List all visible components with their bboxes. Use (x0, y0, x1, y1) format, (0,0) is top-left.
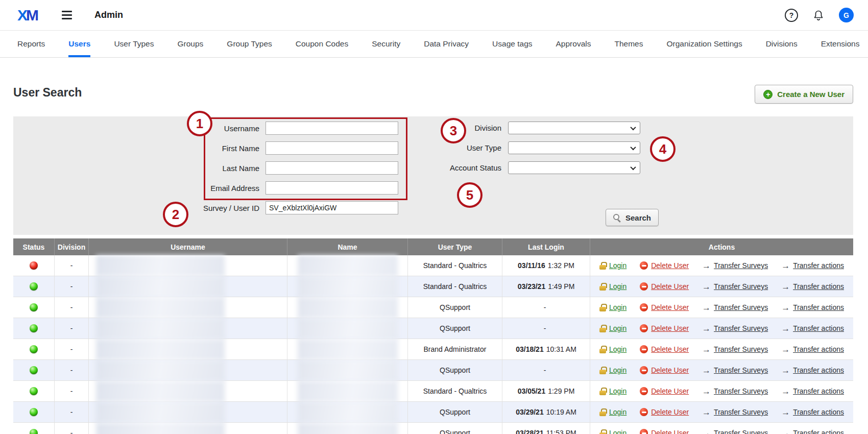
app-title: Admin (94, 10, 123, 20)
division-cell: - (55, 423, 89, 434)
name-cell (287, 255, 408, 276)
last-login-time: 11:53 PM (546, 429, 576, 434)
help-icon[interactable]: ? (785, 9, 798, 22)
transfer-surveys-link[interactable]: Transfer Surveys (702, 345, 768, 354)
redacted-username (96, 360, 225, 381)
login-link[interactable]: Login (599, 387, 626, 395)
transfer-actions-link[interactable]: Transfer actions (781, 366, 844, 375)
nav-tab[interactable]: Data Privacy (424, 31, 469, 57)
notifications-bell-icon[interactable] (812, 9, 825, 21)
nav-tab[interactable]: Usage tags (492, 31, 532, 57)
transfer-surveys-link[interactable]: Transfer Surveys (702, 282, 768, 291)
last-login-date: 03/11/16 (518, 261, 545, 270)
login-link[interactable]: Login (599, 282, 626, 291)
delete-icon (640, 387, 648, 395)
delete-user-link[interactable]: Delete User (640, 324, 689, 332)
nav-tab-label: Coupon Codes (296, 39, 348, 49)
last-login-cell: - (502, 318, 590, 339)
user-type-cell: Standard - Qualtrics (408, 276, 502, 297)
last-login-cell: 03/18/21 10:31 AM (502, 339, 590, 359)
arrow-icon (702, 324, 711, 333)
transfer-actions-link[interactable]: Transfer actions (781, 261, 844, 270)
user-type-cell: QSupport (408, 360, 502, 380)
login-link[interactable]: Login (599, 324, 626, 332)
nav-tab-label: Organization Settings (666, 39, 742, 49)
nav-tab[interactable]: Security (372, 31, 400, 57)
delete-user-link[interactable]: Delete User (640, 282, 689, 291)
nav-tab[interactable]: Groups (177, 31, 203, 57)
login-link[interactable]: Login (599, 303, 626, 311)
login-link[interactable]: Login (599, 408, 626, 416)
transfer-actions-link[interactable]: Transfer actions (781, 345, 844, 354)
last-login-cell: 03/23/21 1:49 PM (502, 276, 590, 297)
transfer-surveys-link[interactable]: Transfer Surveys (702, 408, 768, 417)
login-link[interactable]: Login (599, 261, 626, 270)
status-cell (13, 318, 55, 339)
hamburger-menu-icon[interactable] (62, 11, 72, 19)
lock-icon (599, 262, 606, 270)
delete-user-link[interactable]: Delete User (640, 303, 689, 311)
nav-tab[interactable]: User Types (114, 31, 154, 57)
transfer-actions-link[interactable]: Transfer actions (781, 387, 844, 396)
login-link[interactable]: Login (599, 345, 626, 353)
admin-app: X M Admin ? G Reports Users User Types G… (0, 0, 868, 434)
search-button[interactable]: Search (606, 209, 659, 226)
actions-cell: Login Delete User Transfer Surveys Trans… (590, 423, 853, 434)
transfer-surveys-link[interactable]: Transfer Surveys (702, 303, 768, 312)
transfer-actions-link[interactable]: Transfer actions (781, 324, 844, 333)
login-link[interactable]: Login (599, 366, 626, 374)
survey-user-id-input[interactable] (266, 201, 398, 214)
nav-tab[interactable]: Coupon Codes (296, 31, 348, 57)
transfer-surveys-link[interactable]: Transfer Surveys (702, 366, 768, 375)
delete-icon (640, 324, 648, 332)
delete-user-link[interactable]: Delete User (640, 366, 689, 374)
delete-icon (640, 366, 648, 374)
nav-tab[interactable]: Approvals (556, 31, 591, 57)
nav-tab[interactable]: Organization Settings (666, 31, 742, 57)
arrow-icon (702, 366, 711, 375)
user-type-cell: Standard - Qualtrics (408, 255, 502, 276)
lock-icon (599, 408, 606, 416)
transfer-actions-link[interactable]: Transfer actions (781, 408, 844, 417)
delete-user-link[interactable]: Delete User (640, 408, 689, 416)
nav-tab[interactable]: Group Types (227, 31, 272, 57)
delete-user-link[interactable]: Delete User (640, 345, 689, 353)
nav-tab[interactable]: Users (68, 31, 90, 57)
delete-user-link[interactable]: Delete User (640, 261, 689, 270)
arrow-icon (702, 261, 711, 270)
lock-icon (599, 346, 606, 353)
account-status-select[interactable] (508, 161, 640, 174)
user-results-table: Status Division Username Name User Type … (13, 238, 853, 434)
user-avatar[interactable]: G (839, 8, 854, 22)
transfer-surveys-link[interactable]: Transfer Surveys (702, 261, 768, 270)
transfer-surveys-link[interactable]: Transfer Surveys (702, 429, 768, 434)
redacted-name (298, 339, 398, 360)
delete-user-link[interactable]: Delete User (640, 387, 689, 395)
lock-icon (599, 283, 606, 291)
annotation-box (204, 117, 407, 200)
table-row: - QSupport - Login Delete User Transfer … (13, 360, 853, 381)
transfer-surveys-link[interactable]: Transfer Surveys (702, 324, 768, 333)
header-actions: ? G (785, 8, 854, 22)
status-cell (13, 255, 55, 276)
nav-tab[interactable]: Divisions (766, 31, 798, 57)
transfer-actions-link[interactable]: Transfer actions (781, 303, 844, 312)
login-link[interactable]: Login (599, 429, 626, 434)
delete-user-link[interactable]: Delete User (640, 429, 689, 434)
division-select[interactable] (508, 122, 640, 134)
actions-cell: Login Delete User Transfer Surveys Trans… (590, 402, 853, 422)
transfer-surveys-link[interactable]: Transfer Surveys (702, 387, 768, 396)
nav-tab[interactable]: Themes (614, 31, 643, 57)
nav-tab[interactable]: Reports (17, 31, 45, 57)
create-new-user-button[interactable]: + Create a New User (755, 85, 853, 104)
transfer-actions-link[interactable]: Transfer actions (781, 429, 844, 434)
user-type-cell: QSupport (408, 297, 502, 318)
nav-tab-label: Usage tags (492, 39, 532, 49)
annotation-circle-1: 1 (187, 111, 212, 136)
status-cell (13, 276, 55, 297)
last-login-cell: - (502, 360, 590, 380)
user-type-select[interactable] (508, 141, 640, 154)
nav-tab[interactable]: Extensions (821, 31, 860, 57)
table-row: - Brand Administrator 03/18/21 10:31 AM … (13, 339, 853, 360)
transfer-actions-link[interactable]: Transfer actions (781, 282, 844, 291)
